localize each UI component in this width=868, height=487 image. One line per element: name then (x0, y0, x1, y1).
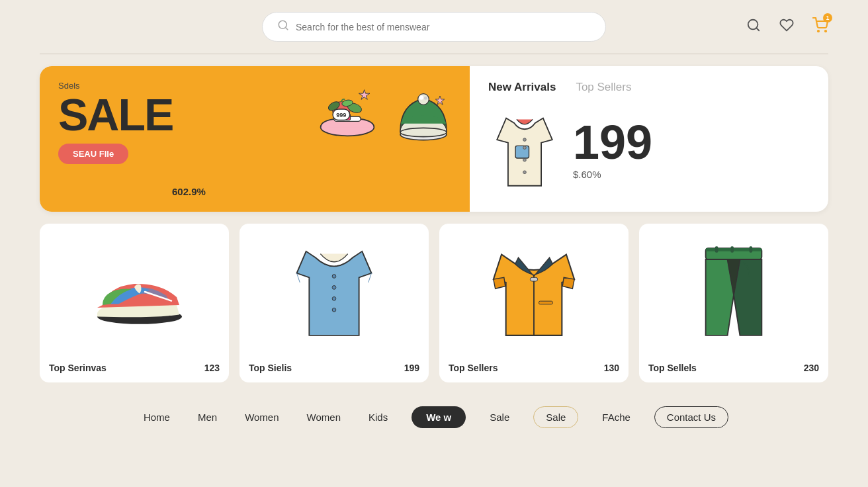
svg-marker-14 (359, 90, 370, 100)
nav-sale-outlined[interactable]: Sale (533, 406, 578, 428)
product-name-1: Top Sielis (249, 363, 292, 373)
header-icons: 1 (746, 17, 828, 37)
svg-rect-37 (539, 301, 553, 304)
svg-point-19 (418, 94, 429, 105)
search-icon-button[interactable] (746, 18, 761, 36)
nav-home[interactable]: Home (140, 406, 174, 428)
tab-top-sellers[interactable]: Top Sellers (576, 81, 631, 94)
svg-point-24 (523, 138, 527, 142)
product-name-0: Top Serinvas (49, 363, 107, 373)
banner-left: Sdels SALE SEAU FIle 602.9% (40, 66, 470, 212)
product-card-2: Top Sellers 130 (439, 224, 629, 382)
banner-discount: $.60% (573, 169, 652, 180)
banner-right-info: 199 $.60% (573, 118, 652, 180)
nav-women-2[interactable]: Women (303, 406, 345, 428)
svg-rect-41 (715, 246, 718, 252)
product-footer-3: Top Sellels 230 (648, 357, 819, 373)
search-icon (277, 19, 289, 34)
nav-women-1[interactable]: Women (241, 406, 282, 428)
svg-point-30 (332, 286, 336, 290)
banner-cta-button[interactable]: SEAU FIle (58, 144, 128, 164)
cart-icon[interactable]: 1 (812, 17, 828, 37)
svg-point-21 (424, 97, 427, 100)
svg-point-5 (825, 30, 826, 32)
hat-illustration (390, 79, 456, 146)
cart-badge: 1 (823, 13, 832, 22)
main-content: Sdels SALE SEAU FIle 602.9% (0, 54, 868, 394)
nav-sale[interactable]: Sale (486, 406, 513, 428)
nav-kids[interactable]: Kids (365, 406, 392, 428)
product-count-3: 230 (804, 363, 819, 373)
svg-line-3 (756, 28, 759, 30)
header: 1 (0, 0, 868, 54)
svg-point-26 (523, 158, 527, 161)
svg-text:999: 999 (336, 112, 346, 118)
svg-point-27 (523, 171, 527, 174)
product-count-2: 130 (604, 363, 619, 373)
banner-right: New Arrivals Top Sellers (470, 66, 828, 212)
search-input[interactable] (296, 22, 591, 32)
fruit-bowl-illustration: 999 (311, 73, 384, 146)
shirt-illustration (488, 106, 561, 192)
product-image-shirt (249, 233, 419, 351)
bottom-nav: Home Men Women Women Kids We w Sale Sale… (0, 394, 868, 440)
banner-price: 199 (573, 118, 652, 166)
svg-point-25 (523, 146, 527, 150)
banner-section: Sdels SALE SEAU FIle 602.9% (40, 66, 828, 212)
banner-illustrations: 999 (311, 73, 456, 146)
svg-point-4 (818, 30, 819, 32)
svg-point-32 (332, 308, 336, 312)
svg-marker-22 (435, 96, 444, 105)
product-image-sneaker (49, 233, 220, 351)
svg-line-1 (285, 27, 287, 29)
product-card-3: Top Sellels 230 (639, 224, 828, 382)
product-card-0: Top Serinvas 123 (40, 224, 229, 382)
wishlist-icon[interactable] (779, 18, 794, 36)
svg-rect-43 (750, 246, 753, 252)
search-bar[interactable] (262, 12, 606, 42)
svg-point-18 (400, 128, 447, 136)
product-footer-2: Top Sellers 130 (449, 357, 619, 373)
product-card-1: Top Sielis 199 (239, 224, 429, 382)
svg-rect-23 (515, 146, 529, 158)
product-name-2: Top Sellers (449, 363, 498, 373)
nav-contact-us[interactable]: Contact Us (654, 406, 728, 428)
banner-percent: 602.9% (172, 186, 206, 197)
banner-right-body: 199 $.60% (488, 101, 810, 197)
svg-rect-42 (730, 246, 734, 252)
product-footer-1: Top Sielis 199 (249, 357, 419, 373)
svg-point-31 (332, 297, 336, 301)
svg-point-29 (332, 275, 336, 279)
product-image-jacket (449, 233, 619, 351)
banner-right-tabs: New Arrivals Top Sellers (488, 81, 810, 94)
product-footer-0: Top Serinvas 123 (49, 357, 220, 373)
svg-rect-36 (530, 277, 537, 281)
nav-men[interactable]: Men (194, 406, 221, 428)
nav-we-w[interactable]: We w (412, 406, 466, 428)
product-name-3: Top Sellels (648, 363, 697, 373)
svg-point-20 (419, 95, 423, 100)
product-grid: Top Serinvas 123 (40, 224, 828, 382)
tab-new-arrivals[interactable]: New Arrivals (488, 81, 556, 94)
product-count-1: 199 (404, 363, 419, 373)
product-image-pants (648, 233, 819, 351)
nav-fache[interactable]: FAche (598, 406, 634, 428)
product-count-0: 123 (204, 363, 220, 373)
